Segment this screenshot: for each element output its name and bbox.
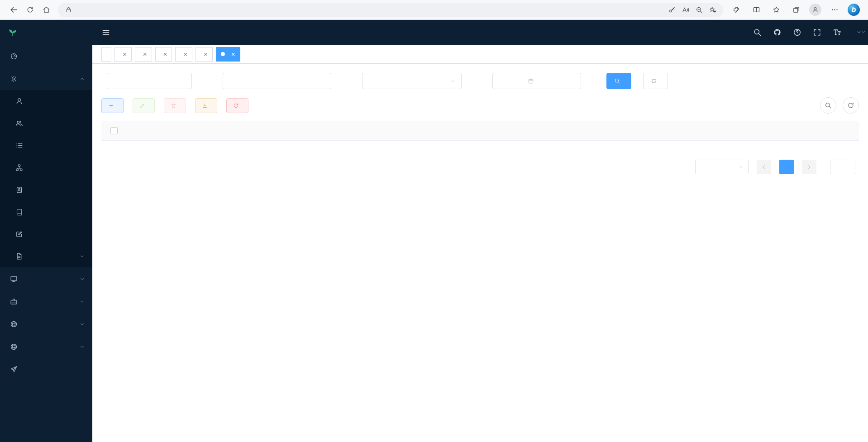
- extensions-icon[interactable]: [730, 3, 743, 17]
- sidebar-item-system-monitor[interactable]: [0, 267, 92, 290]
- dict-table: [101, 121, 859, 141]
- tab-dept-mgmt[interactable]: ×: [175, 47, 192, 62]
- tabs-bar: × × × × × ×: [92, 45, 868, 64]
- github-icon[interactable]: [773, 28, 782, 37]
- sidebar-item-erp[interactable]: [0, 335, 92, 358]
- globe-icon: [10, 320, 18, 328]
- edit-icon: [139, 103, 145, 109]
- sidebar-item-menu-mgmt[interactable]: [0, 134, 92, 157]
- sidebar-item-system-mgmt[interactable]: [0, 67, 92, 90]
- sidebar-item-post-mgmt[interactable]: [0, 179, 92, 201]
- profile-avatar[interactable]: [809, 4, 821, 16]
- tab-post-mgmt[interactable]: ×: [196, 47, 213, 62]
- chevron-down-icon: [79, 321, 85, 327]
- help-icon[interactable]: [793, 28, 801, 37]
- sidebar-item-yi-framework[interactable]: [0, 358, 92, 380]
- close-icon[interactable]: ×: [163, 51, 167, 57]
- send-icon: [10, 366, 18, 373]
- date-range-picker[interactable]: [492, 73, 581, 89]
- font-size-icon[interactable]: [833, 28, 841, 37]
- browser-actions: b: [730, 3, 863, 17]
- refresh-cache-button[interactable]: [226, 98, 248, 113]
- sidebar-item-system-tools[interactable]: [0, 290, 92, 313]
- favorites-icon[interactable]: [769, 3, 783, 17]
- toolbox-icon: [10, 298, 18, 305]
- goto-page-input[interactable]: [830, 160, 855, 174]
- badge-icon: [15, 186, 23, 194]
- close-icon[interactable]: ×: [183, 51, 187, 57]
- user-icon: [15, 97, 23, 105]
- sidebar-item-user-mgmt[interactable]: [0, 90, 92, 112]
- lock-icon: [65, 6, 72, 13]
- prev-page-button[interactable]: [757, 160, 771, 174]
- edit-square-icon: [15, 230, 23, 238]
- goto-page: [826, 160, 859, 174]
- chevron-up-icon: [79, 76, 85, 82]
- zoom-out-icon[interactable]: [692, 4, 706, 16]
- browser-refresh-button[interactable]: [22, 2, 38, 18]
- edit-button[interactable]: [133, 98, 155, 113]
- edge-sidebar-caret-icon[interactable]: [860, 29, 866, 35]
- close-icon[interactable]: ×: [231, 51, 235, 57]
- globe-icon: [10, 343, 18, 351]
- close-icon[interactable]: ×: [123, 51, 127, 57]
- sidebar-item-bbs[interactable]: [0, 313, 92, 335]
- refresh-table-button[interactable]: [843, 97, 859, 114]
- gear-icon: [10, 75, 18, 83]
- refresh-icon: [651, 78, 657, 84]
- toggle-search-button[interactable]: [820, 97, 836, 114]
- tab-dict-mgmt[interactable]: ×: [216, 47, 240, 62]
- select-all-checkbox[interactable]: [110, 127, 118, 134]
- reset-button[interactable]: [643, 73, 668, 89]
- tab-role-mgmt[interactable]: ×: [135, 47, 152, 62]
- read-aloud-icon[interactable]: [679, 4, 692, 16]
- collections-icon[interactable]: [789, 3, 803, 17]
- close-icon[interactable]: ×: [143, 51, 147, 57]
- system-mgmt-submenu: [0, 90, 92, 267]
- list-icon: [15, 142, 23, 149]
- sidebar-item-log-mgmt[interactable]: [0, 245, 92, 267]
- browser-home-button[interactable]: [38, 2, 54, 18]
- header-actions: [753, 28, 862, 37]
- add-button[interactable]: [101, 98, 124, 113]
- hamburger-icon[interactable]: [101, 28, 110, 37]
- next-page-button[interactable]: [802, 160, 816, 174]
- search-icon[interactable]: [753, 28, 762, 37]
- app-logo: [0, 20, 92, 45]
- sidebar-item-role-mgmt[interactable]: [0, 112, 92, 134]
- tab-user-mgmt[interactable]: ×: [114, 47, 132, 62]
- dict-type-input[interactable]: [223, 73, 331, 89]
- delete-button[interactable]: [164, 98, 186, 113]
- sidebar-menu: [0, 45, 92, 380]
- tab-menu-mgmt[interactable]: ×: [155, 47, 172, 62]
- sidebar-item-dept-mgmt[interactable]: [0, 157, 92, 179]
- tab-home[interactable]: [101, 47, 111, 62]
- split-screen-icon[interactable]: [749, 3, 763, 17]
- chevron-down-icon: [79, 253, 85, 259]
- chevron-down-icon: [738, 164, 744, 170]
- plus-icon: [108, 103, 114, 109]
- users-icon: [15, 119, 23, 127]
- app: × × × × × ×: [0, 20, 868, 442]
- settings-menu-icon[interactable]: [828, 3, 841, 17]
- copilot-bing-icon[interactable]: b: [848, 4, 860, 16]
- sidebar-item-home[interactable]: [0, 45, 92, 67]
- dashboard-icon: [10, 52, 18, 60]
- current-page-button[interactable]: [779, 160, 794, 174]
- password-key-icon[interactable]: [665, 4, 679, 16]
- browser-back-button[interactable]: [5, 2, 22, 18]
- close-icon[interactable]: ×: [204, 51, 208, 57]
- app-header: [92, 20, 868, 45]
- status-select[interactable]: [362, 73, 462, 89]
- search-button[interactable]: [606, 73, 631, 89]
- org-tree-icon: [15, 164, 23, 171]
- sidebar-item-dict-mgmt[interactable]: [0, 201, 92, 223]
- export-button[interactable]: [195, 98, 217, 113]
- page-size-select[interactable]: [695, 160, 749, 174]
- fullscreen-icon[interactable]: [813, 28, 821, 37]
- sidebar-item-param-settings[interactable]: [0, 223, 92, 245]
- address-bar[interactable]: [58, 3, 723, 17]
- dict-name-input[interactable]: [107, 73, 192, 89]
- add-favorite-icon[interactable]: [706, 4, 720, 16]
- download-icon: [202, 103, 208, 109]
